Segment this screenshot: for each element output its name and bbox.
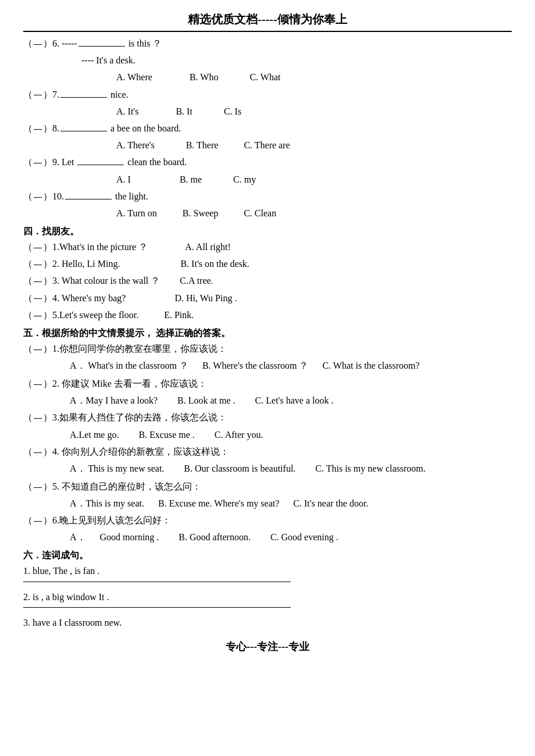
s5-q5: （）5. 不知道自己的座位时，该怎么问：: [23, 479, 512, 494]
section6-title: 六．连词成句。: [23, 550, 512, 562]
s6-q3: 3. have a I classroom new.: [23, 615, 512, 630]
footer-title: 专心---专注---专业: [23, 640, 512, 654]
s5-q1-options: A． What's in the classroom ？ B. Where's …: [23, 358, 512, 375]
q9-options: A. I B. me C. my: [23, 172, 512, 187]
q10-options: A. Turn on B. Sweep C. Clean: [23, 205, 512, 221]
q6-text: is this ？: [126, 38, 162, 48]
s5-q1: （）1.你想问同学你的教室在哪里，你应该说：: [23, 341, 512, 356]
s6-q2-line: [23, 607, 291, 608]
s5-q3-options: A.Let me go. B. Excuse me . C. After you…: [23, 427, 512, 443]
s5-q4: （）4. 你向别人介绍你的新教室，应该这样说：: [23, 444, 512, 459]
q10-text: the light.: [113, 191, 148, 201]
s5-q4-options: A． This is my new seat. B. Our classroom…: [23, 461, 512, 477]
s5-q3: （）3.如果有人挡住了你的去路，你该怎么说：: [23, 409, 512, 425]
q8-text: a bee on the board.: [108, 123, 181, 133]
question-8: （）8. a bee on the board.: [23, 120, 512, 136]
s6-q2: 2. is , a big window It .: [23, 589, 512, 605]
s5-q2: （）2. 你建议 Mike 去看一看，你应该说：: [23, 376, 512, 391]
q7-label: ）7.: [43, 90, 59, 99]
question-7: （）7. nice.: [23, 87, 512, 102]
paren-open: （: [23, 90, 33, 99]
q9-label: ）9. Let: [43, 157, 76, 167]
s5-q5-options: A．This is my seat. B. Excuse me. Where's…: [23, 495, 512, 511]
question-6: （）6. ----- is this ？: [23, 35, 512, 51]
q6-options: A. Where B. Who C. What: [23, 69, 512, 85]
question-10: （）10. the light.: [23, 188, 512, 204]
s6-q1-line: [23, 582, 291, 582]
page-title: 精选优质文档-----倾情为你奉上: [23, 12, 512, 32]
q6-label: ）6. -----: [43, 38, 77, 48]
paren-open: （: [23, 38, 33, 48]
q8-options: A. There's B. There C. There are: [23, 137, 512, 153]
s5-q6: （）6.晚上见到别人该怎么问好：: [23, 512, 512, 528]
s6-q1: 1. blue, The , is fan .: [23, 563, 512, 579]
section4-title: 四．找朋友。: [23, 226, 512, 238]
s5-q2-options: A．May I have a look? B. Look at me . C. …: [23, 393, 512, 408]
q7-options: A. It's B. It C. Is: [23, 104, 512, 119]
paren-open: （: [23, 191, 33, 201]
q10-label: ）10.: [43, 191, 64, 201]
paren-open: （: [23, 157, 33, 167]
q8-label: ）8.: [43, 123, 59, 133]
match-3: （）3. What colour is the wall ？ C.A tree.: [23, 273, 512, 288]
question-9: （）9. Let clean the board.: [23, 154, 512, 170]
q9-text: clean the board.: [125, 157, 187, 167]
q7-text: nice.: [108, 90, 129, 99]
s5-q6-options: A． Good morning . B. Good afternoon. C. …: [23, 529, 512, 545]
match-2: （）2. Hello, Li Ming. B. It's on the desk…: [23, 256, 512, 272]
paren-open: （: [23, 123, 33, 133]
match-1: （）1.What's in the picture ？ A. All right…: [23, 239, 512, 255]
match-4: （）4. Where's my bag? D. Hi, Wu Ping .: [23, 290, 512, 306]
match-5: （）5.Let's sweep the floor. E. Pink.: [23, 307, 512, 323]
section5-title: 五．根据所给的中文情景提示， 选择正确的答案。: [23, 327, 512, 340]
q6-answer: ---- It's a desk.: [23, 52, 512, 68]
